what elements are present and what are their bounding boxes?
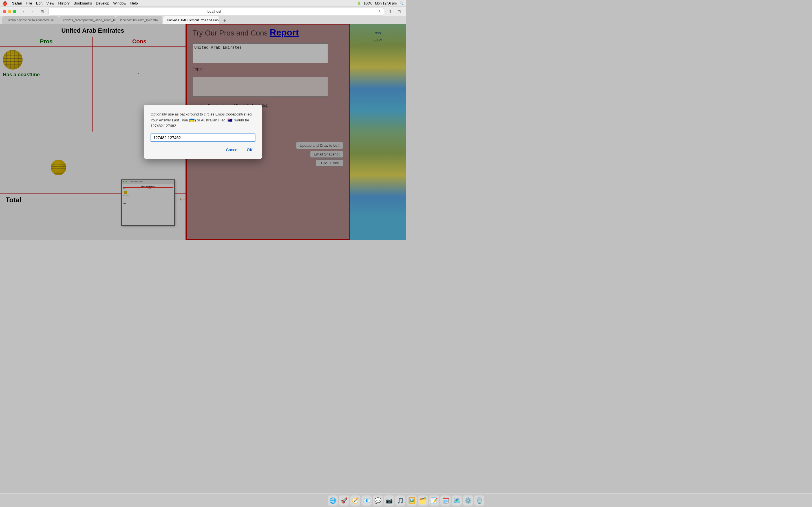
dialog-buttons: Cancel OK — [151, 147, 255, 153]
menu-history[interactable]: History — [58, 1, 69, 5]
apple-logo-icon[interactable]: 🍎 — [2, 1, 7, 6]
traffic-lights — [3, 10, 16, 13]
dialog-overlay: Optionally use as background to circles … — [0, 24, 406, 240]
share-button[interactable]: ⬆ — [386, 8, 394, 15]
tab-proscons[interactable]: Canvas HTML Element Pros and Cons Primer… — [163, 16, 219, 24]
menu-help[interactable]: Help — [130, 1, 138, 5]
sidebar-button[interactable]: ⊞ — [38, 8, 46, 15]
close-button[interactable] — [3, 10, 6, 13]
browser-tabs: Tutorial Slideshow to Animated GIF canva… — [0, 16, 406, 24]
main-content: United Arab Emirates Pros Cons Has a coa… — [0, 24, 406, 240]
minimize-button[interactable] — [8, 10, 11, 13]
menu-bookmarks[interactable]: Bookmarks — [73, 1, 92, 5]
maximize-button[interactable] — [13, 10, 16, 13]
menu-view[interactable]: View — [47, 1, 54, 5]
tab-flyer[interactable]: localhost:8888/lm_flyer.html — [116, 16, 162, 24]
tab-slideshow[interactable]: Tutorial Slideshow to Animated GIF — [2, 16, 59, 24]
menu-develop[interactable]: Develop — [96, 1, 109, 5]
new-tab-button[interactable]: ⊡ — [395, 8, 403, 15]
dialog-input[interactable] — [151, 133, 255, 142]
search-icon[interactable]: 🔍 — [400, 1, 404, 5]
dialog-message: Optionally use as background to circles … — [151, 112, 255, 129]
menu-window[interactable]: Window — [113, 1, 126, 5]
menu-bar: 🍎 Safari File Edit View History Bookmark… — [0, 0, 406, 7]
battery-percent: 100% — [364, 1, 372, 5]
address-bar-container[interactable]: localhost ↻ — [49, 8, 384, 15]
back-button[interactable]: ‹ — [20, 8, 28, 15]
dialog-box: Optionally use as background to circles … — [144, 105, 262, 159]
browser-chrome: ‹ › ⊞ localhost ↻ ⬆ ⊡ Tutorial Slideshow… — [0, 7, 406, 24]
browser-actions: ⬆ ⊡ — [386, 8, 403, 15]
nav-buttons: ‹ › — [20, 8, 36, 15]
menu-edit[interactable]: Edit — [36, 1, 42, 5]
address-bar[interactable]: localhost — [51, 9, 377, 13]
clock-display: Mon 12:56 pm — [375, 1, 397, 5]
dialog-ok-button[interactable]: OK — [244, 147, 255, 153]
tab-canvas[interactable]: canvas_createpattern_video_zoom_bigger_s… — [59, 16, 116, 24]
menu-file[interactable]: File — [26, 1, 32, 5]
menu-bar-left: 🍎 Safari File Edit View History Bookmark… — [2, 1, 138, 6]
menu-safari[interactable]: Safari — [12, 1, 22, 5]
browser-toolbar: ‹ › ⊞ localhost ↻ ⬆ ⊡ — [0, 7, 406, 16]
dialog-cancel-button[interactable]: Cancel — [223, 147, 241, 153]
menu-bar-right: 🔋 100% Mon 12:56 pm 🔍 — [357, 1, 404, 5]
battery-icon: 🔋 — [357, 1, 361, 5]
reload-button[interactable]: ↻ — [378, 10, 382, 13]
add-tab-button[interactable]: + — [221, 17, 229, 24]
forward-button[interactable]: › — [28, 8, 36, 15]
